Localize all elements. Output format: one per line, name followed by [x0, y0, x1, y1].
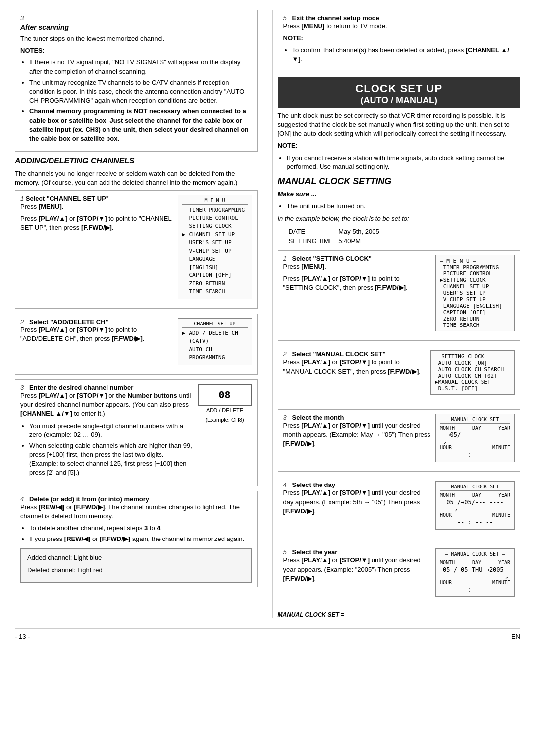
page-container: 3 After scanning The tuner stops on the … [15, 10, 520, 618]
manual-step5-row2: -- : -- -- [440, 586, 510, 593]
step5-exit-title: Exit the channel setup mode [292, 14, 379, 22]
step1-line1: Press [PLAY/▲] or [STOP/▼] to point to "… [20, 215, 173, 232]
make-sure-label: Make sure ... [278, 190, 317, 198]
adding-deleting-body: The channels you no longer receive or se… [15, 169, 258, 187]
step1-content: 1 Select "CHANNEL SET UP" Press [MENU]. … [20, 195, 173, 235]
clock-note-label: NOTE: [278, 142, 298, 149]
manual-step5-display-title: – MANUAL CLOCK SET – [440, 551, 510, 558]
make-sure-list: The unit must be turned on. [287, 202, 521, 211]
manual-step5-content: 5 Select the year Press [PLAY/▲] or [STO… [283, 548, 431, 586]
manual-step4-cols: MONTH DAY YEAR [440, 492, 510, 498]
manual-step3-title: Select the month [292, 414, 344, 421]
manual-step1-display-title: – M E N U – [440, 258, 510, 264]
note-item: You must precede single-digit channel nu… [29, 422, 193, 439]
step4-notes: To delete another channel, repeat steps … [29, 524, 252, 543]
page-footer: - 13 - EN [15, 628, 520, 640]
menu-item-selected: ▶CHANNEL SET UP [182, 231, 248, 239]
manual-step4-display: – MANUAL CLOCK SET – MONTH DAY YEAR 05 /… [435, 481, 515, 530]
after-scanning-notes: If there is no TV signal input, "NO TV S… [29, 58, 252, 143]
manual-step5-row: 5 Select the year Press [PLAY/▲] or [STO… [283, 548, 515, 597]
manual-step1-line0: Press [MENU]. [283, 262, 431, 271]
step4-num: 4 [20, 495, 27, 503]
step4-line: Press [REW/◀] or [F.FWD/▶]. The channel … [20, 503, 252, 521]
clock-setup-header: CLOCK SET UP (AUTO / MANUAL) [278, 77, 521, 108]
menu-item: D.S.T. [OFF] [435, 385, 510, 392]
highlight-line1: Added channel: Light blue [27, 553, 245, 562]
step1-num-title: 1 Select "CHANNEL SET UP" [20, 195, 173, 202]
manual-step5-sub1: ↗ [440, 574, 510, 580]
setting-time-value: 5:40PM [338, 237, 383, 245]
after-scanning-step-num: 3 [20, 14, 252, 22]
note-item: If there is no TV signal input, "NO TV S… [29, 58, 252, 76]
step1-title: Select "CHANNEL SET UP" [26, 195, 109, 202]
step4-header: 4 Delete (or add) it from (or into) memo… [20, 495, 252, 503]
manual-step3-cols2: HOUR MINUTE [440, 445, 510, 450]
note-item-bold: Channel memory programming is NOT necess… [29, 108, 249, 142]
manual-step3-line: Press [PLAY/▲] or [STOP/▼] until your de… [283, 421, 431, 448]
manual-step5-num: 5 [283, 548, 290, 556]
menu-item: AUTO CLOCK CH [02] [435, 373, 510, 379]
step2-num: 2 [20, 318, 27, 325]
menu-item: PICTURE CONTROL [182, 215, 248, 223]
manual-step2-display-title: – SETTING CLOCK – [435, 353, 510, 360]
manual-step3-sub1: ↗ [440, 439, 510, 445]
step1-display-title: – M E N U – [182, 198, 248, 205]
manual-step1-line1: Press [PLAY/▲] or [STOP/▼] to point to "… [283, 274, 431, 292]
step1-box: 1 Select "CHANNEL SET UP" Press [MENU]. … [15, 190, 258, 309]
manual-step3-display: – MANUAL CLOCK SET – MONTH DAY YEAR →05/… [435, 414, 515, 462]
notes-label: NOTES: [20, 47, 45, 54]
date-label: DATE [289, 227, 338, 236]
after-scanning-section: 3 After scanning The tuner stops on the … [15, 10, 258, 152]
page-lang: EN [511, 633, 520, 640]
step2-display-title: – CHANNEL SET UP – [182, 321, 248, 328]
adding-deleting-title: ADDING/DELETING CHANNELS [15, 157, 258, 165]
menu-item: USER'S SET UP [440, 290, 510, 296]
menu-item-selected: ▶MANUAL CLOCK SET [435, 379, 510, 385]
menu-item-selected: ▶ADD / DELETE CH (CATV) [182, 329, 248, 346]
manual-step2-title: Select "MANUAL CLOCK SET" [292, 350, 386, 358]
manual-step5-header: 5 Select the year [283, 548, 431, 556]
step1-row: 1 Select "CHANNEL SET UP" Press [MENU]. … [20, 195, 252, 299]
step3-box: 3 Enter the desired channel number Press… [15, 379, 258, 486]
step3-title: Enter the desired channel number [29, 384, 133, 391]
manual-step4-box: 4 Select the day Press [PLAY/▲] or [STOP… [278, 477, 521, 539]
step2-content: 2 Select "ADD/DELETE CH" Press [PLAY/▲] … [20, 318, 173, 346]
manual-step5-display: – MANUAL CLOCK SET – MONTH DAY YEAR 05 /… [435, 548, 515, 597]
manual-step2-num: 2 [283, 350, 290, 358]
menu-item: USER'S SET UP [182, 239, 248, 247]
step5-line: Press [MENU] to return to TV mode. [283, 22, 515, 31]
menu-item: AUTO CLOCK [ON] [435, 360, 510, 366]
menu-item: V-CHIP SET UP [440, 296, 510, 303]
page-number: - 13 - [15, 633, 30, 640]
manual-step3-cols: MONTH DAY YEAR [440, 425, 510, 431]
manual-step4-num: 4 [283, 481, 290, 488]
manual-clock-title: MANUAL CLOCK SETTING [278, 176, 521, 187]
step2-row: 2 Select "ADD/DELETE CH" Press [PLAY/▲] … [20, 318, 252, 365]
manual-step5-line: Press [PLAY/▲] or [STOP/▼] until your de… [283, 556, 431, 583]
manual-step3-content: 3 Select the month Press [PLAY/▲] or [ST… [283, 414, 431, 451]
note-item: To delete another channel, repeat steps … [29, 524, 252, 533]
manual-step2-display: – SETTING CLOCK – AUTO CLOCK [ON] AUTO C… [430, 350, 515, 395]
step3-header: 3 Enter the desired channel number [20, 384, 193, 391]
date-value: May 5th, 2005 [338, 227, 383, 236]
manual-step3-box: 3 Select the month Press [PLAY/▲] or [ST… [278, 409, 521, 472]
manual-step5-cols2: HOUR MINUTE [440, 580, 510, 585]
manual-step1-display: – M E N U – TIMER PROGRAMMING PICTURE CO… [435, 255, 515, 331]
manual-step4-row: 4 Select the day Press [PLAY/▲] or [STOP… [283, 481, 515, 530]
manual-step2-row: 2 Select "MANUAL CLOCK SET" Press [PLAY/… [283, 350, 515, 395]
step3-num: 3 [20, 384, 27, 391]
menu-item: AUTO CLOCK CH SEARCH [435, 366, 510, 373]
step1-display: – M E N U – TIMER PROGRAMMING PICTURE CO… [178, 195, 252, 299]
step5-num: 5 [283, 14, 290, 22]
manual-step1-num: 1 [283, 255, 290, 262]
manual-step3-header: 3 Select the month [283, 414, 431, 421]
menu-item: ZERO RETURN [182, 280, 248, 288]
menu-item: SETTING CLOCK [182, 222, 248, 231]
menu-item: AUTO CH PROGRAMMING [182, 346, 248, 362]
manual-step4-title: Select the day [292, 481, 335, 488]
manual-step4-display-title: – MANUAL CLOCK SET – [440, 484, 510, 491]
manual-step1-content: 1 Select "SETTING CLOCK" Press [MENU]. P… [283, 255, 431, 295]
manual-step4-row2: -- : -- -- [440, 519, 510, 526]
manual-step2-content: 2 Select "MANUAL CLOCK SET" Press [PLAY/… [283, 350, 426, 378]
make-sure-item: The unit must be turned on. [287, 202, 521, 211]
